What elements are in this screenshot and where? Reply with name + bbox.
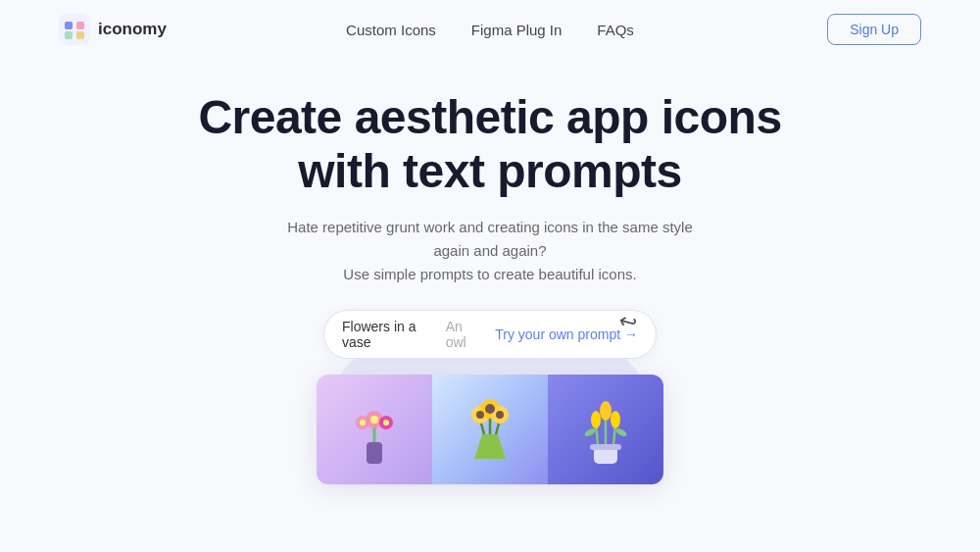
svg-point-31	[583, 427, 596, 438]
svg-point-10	[370, 416, 378, 424]
nav-link-figma-plugin[interactable]: Figma Plug In	[471, 22, 563, 38]
flower-vase-icon-1	[339, 385, 410, 474]
logo-icon	[59, 14, 90, 45]
signup-button[interactable]: Sign Up	[827, 14, 921, 45]
svg-rect-24	[590, 444, 621, 450]
hero-section: Create aesthetic app icons with text pro…	[0, 59, 980, 484]
svg-point-32	[614, 427, 627, 438]
nav-links: Custom Icons Figma Plug In FAQs	[346, 22, 634, 38]
svg-point-21	[485, 404, 495, 414]
prompt-active-text: Flowers in a vase	[342, 319, 430, 350]
tulip-pot-icon-3	[570, 385, 641, 474]
icon-grid	[317, 375, 663, 484]
logo-text: iconomy	[98, 20, 167, 39]
nav-link-faqs[interactable]: FAQs	[597, 22, 634, 38]
prompt-inactive-text: An owl	[446, 319, 480, 350]
svg-rect-2	[76, 22, 84, 29]
icon-card-1	[317, 375, 432, 484]
svg-marker-13	[474, 434, 506, 459]
svg-point-29	[600, 401, 612, 421]
svg-point-12	[383, 420, 389, 426]
svg-point-30	[611, 411, 620, 428]
svg-point-22	[496, 411, 504, 419]
svg-rect-5	[367, 442, 382, 464]
nav-link-custom-icons[interactable]: Custom Icons	[346, 22, 436, 38]
svg-rect-0	[59, 14, 90, 45]
hero-subtitle: Hate repetitive grunt work and creating …	[284, 216, 696, 286]
svg-point-28	[591, 411, 601, 428]
flower-bouquet-icon-2	[455, 385, 525, 474]
navbar: iconomy Custom Icons Figma Plug In FAQs …	[0, 0, 980, 59]
svg-rect-1	[65, 22, 73, 29]
logo[interactable]: iconomy	[59, 14, 167, 45]
demo-area: ↩ Flowers in a vase An owl Try your own …	[284, 310, 696, 484]
hero-title: Create aesthetic app icons with text pro…	[198, 90, 781, 198]
icon-card-2	[432, 375, 548, 484]
svg-point-20	[476, 411, 484, 419]
icon-card-3	[548, 375, 663, 484]
svg-rect-4	[76, 31, 84, 39]
svg-rect-3	[65, 31, 73, 39]
svg-point-11	[360, 420, 366, 426]
prompt-bar[interactable]: Flowers in a vase An owl Try your own pr…	[323, 310, 657, 359]
